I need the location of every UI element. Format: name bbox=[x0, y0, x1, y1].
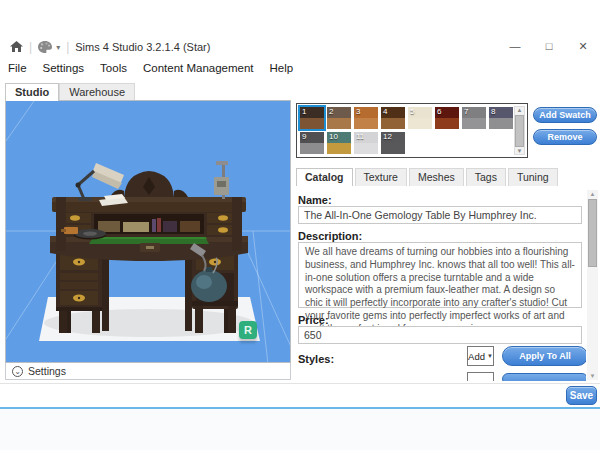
tab-meshes[interactable]: Meshes bbox=[409, 168, 464, 186]
palette-icon[interactable] bbox=[38, 41, 53, 54]
settings-label: Settings bbox=[28, 365, 66, 377]
swatch-number: 11 bbox=[356, 132, 364, 141]
apply-to-all-swatches-button[interactable]: Apply To All Swatches bbox=[502, 346, 586, 366]
home-icon[interactable] bbox=[10, 41, 23, 53]
tab-warehouse[interactable]: Warehouse bbox=[59, 83, 135, 101]
chevron-down-icon: ▼ bbox=[487, 353, 493, 359]
swatch-10[interactable]: 10 bbox=[327, 132, 351, 154]
next-dropdown-partial[interactable] bbox=[467, 372, 494, 381]
name-input[interactable]: The All-In-One Gemology Table By Humphre… bbox=[298, 206, 582, 224]
styles-label: Styles: bbox=[298, 353, 334, 365]
next-button-partial[interactable] bbox=[502, 373, 586, 381]
styles-dropdown[interactable]: Add ▼ bbox=[467, 346, 494, 366]
divider: | bbox=[66, 40, 69, 54]
catalog-form: Name: The All-In-One Gemology Table By H… bbox=[296, 186, 586, 381]
price-label: Price: bbox=[298, 314, 329, 326]
description-input[interactable]: We all have dreams of turning our hobbie… bbox=[298, 242, 582, 308]
swatch-number: 8 bbox=[491, 107, 495, 116]
swatch-scrollbar[interactable]: ▲ ▼ bbox=[514, 106, 525, 155]
swatch-number: 10 bbox=[329, 132, 338, 141]
minimize-button[interactable]: — bbox=[506, 38, 524, 54]
scroll-up-icon[interactable]: ▲ bbox=[587, 191, 598, 197]
remove-swatch-button[interactable]: Remove Swatch bbox=[533, 129, 597, 145]
menu-help[interactable]: Help bbox=[270, 60, 294, 76]
swatch-number: 6 bbox=[437, 107, 441, 116]
app-window: | ▾ | Sims 4 Studio 3.2.1.4 (Star) — □ ✕… bbox=[0, 0, 600, 450]
menubar: File Settings Tools Content Management H… bbox=[8, 60, 293, 76]
titlebar: | ▾ | Sims 4 Studio 3.2.1.4 (Star) — □ ✕ bbox=[0, 38, 600, 58]
tab-studio[interactable]: Studio bbox=[5, 83, 59, 101]
app-title: Sims 4 Studio 3.2.1.4 (Star) bbox=[75, 41, 210, 53]
main-tab-strip: Studio Warehouse bbox=[5, 83, 135, 101]
menu-content-management[interactable]: Content Management bbox=[143, 60, 254, 76]
swatch-panel: 123456789101112 ▲ ▼ bbox=[296, 103, 528, 158]
chevron-down-circle-icon: ⌄ bbox=[12, 366, 23, 377]
menu-file[interactable]: File bbox=[8, 60, 27, 76]
swatch-number: 12 bbox=[383, 132, 392, 141]
settings-expander[interactable]: ⌄ Settings bbox=[5, 363, 291, 380]
swatch-12[interactable]: 12 bbox=[381, 132, 405, 154]
swatch-9[interactable]: 9 bbox=[300, 132, 324, 154]
name-label: Name: bbox=[298, 194, 332, 206]
swatch-11[interactable]: 11 bbox=[354, 132, 378, 154]
scroll-down-icon[interactable]: ▼ bbox=[515, 148, 524, 154]
swatch-5[interactable]: 5 bbox=[408, 107, 432, 129]
swatch-3[interactable]: 3 bbox=[354, 107, 378, 129]
scrollbar-thumb[interactable] bbox=[515, 115, 524, 147]
swatch-1[interactable]: 1 bbox=[300, 107, 324, 129]
swatch-number: 5 bbox=[410, 107, 414, 116]
maximize-button[interactable]: □ bbox=[540, 38, 558, 54]
menu-tools[interactable]: Tools bbox=[100, 60, 127, 76]
styles-dropdown-value: Add bbox=[468, 351, 485, 362]
swatch-4[interactable]: 4 bbox=[381, 107, 405, 129]
tab-catalog[interactable]: Catalog bbox=[296, 168, 353, 186]
price-input[interactable]: 650 bbox=[298, 326, 582, 344]
swatch-grid: 123456789101112 bbox=[300, 107, 514, 154]
swatch-number: 2 bbox=[329, 107, 333, 116]
swatch-number: 9 bbox=[302, 132, 306, 141]
close-button[interactable]: ✕ bbox=[574, 38, 592, 54]
preview-3d-viewport[interactable]: R bbox=[5, 100, 291, 363]
swatch-number: 1 bbox=[302, 107, 306, 116]
tab-tags[interactable]: Tags bbox=[466, 168, 506, 186]
description-label: Description: bbox=[298, 230, 362, 242]
menu-settings[interactable]: Settings bbox=[43, 60, 85, 76]
creator-watermark: R bbox=[239, 321, 257, 339]
catalog-tab-strip: Catalog Texture Meshes Tags Tuning bbox=[296, 168, 560, 186]
save-button[interactable]: Save bbox=[566, 386, 597, 405]
scrollbar-thumb[interactable] bbox=[588, 199, 597, 267]
swatch-2[interactable]: 2 bbox=[327, 107, 351, 129]
swatch-7[interactable]: 7 bbox=[462, 107, 486, 129]
footer-divider bbox=[0, 383, 600, 384]
catalog-scrollbar[interactable]: ▲ ▼ bbox=[587, 190, 598, 380]
swatch-number: 4 bbox=[383, 107, 387, 116]
divider: | bbox=[29, 40, 32, 54]
tab-texture[interactable]: Texture bbox=[355, 168, 407, 186]
bottom-strip bbox=[0, 409, 600, 450]
swatch-number: 7 bbox=[464, 107, 468, 116]
chevron-down-icon[interactable]: ▾ bbox=[56, 43, 60, 52]
swatch-6[interactable]: 6 bbox=[435, 107, 459, 129]
swatch-number: 3 bbox=[356, 107, 360, 116]
scroll-down-icon[interactable]: ▼ bbox=[587, 373, 598, 379]
swatch-8[interactable]: 8 bbox=[489, 107, 513, 129]
scroll-up-icon[interactable]: ▲ bbox=[515, 107, 524, 113]
tab-tuning[interactable]: Tuning bbox=[508, 168, 558, 186]
add-swatch-button[interactable]: Add Swatch bbox=[533, 107, 597, 123]
